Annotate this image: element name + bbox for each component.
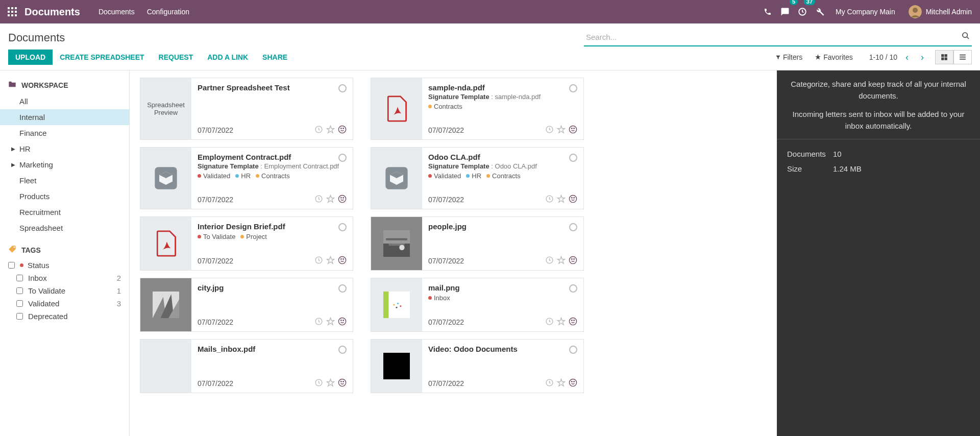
- document-card[interactable]: sample-nda.pdfSignature Template : sampl…: [371, 78, 584, 140]
- share-button[interactable]: SHARE: [255, 50, 295, 65]
- company-switcher[interactable]: My Company Main: [828, 0, 902, 23]
- tag-checkbox[interactable]: [16, 313, 23, 320]
- clock-icon[interactable]: [314, 195, 323, 205]
- svg-rect-17: [945, 58, 947, 60]
- search-icon[interactable]: [962, 32, 970, 41]
- clock-icon[interactable]: [545, 256, 554, 266]
- tag-checkbox[interactable]: [8, 262, 15, 269]
- document-card[interactable]: Video: Odoo Documents07/07/2022: [371, 339, 584, 393]
- tag-deprecated[interactable]: Deprecated: [0, 310, 129, 323]
- nav-documents[interactable]: Documents: [92, 0, 141, 23]
- document-card[interactable]: people.jpg07/07/2022: [371, 216, 584, 271]
- pager-prev[interactable]: ‹: [901, 50, 913, 65]
- upload-button[interactable]: UPLOAD: [8, 50, 53, 65]
- tag-checkbox[interactable]: [16, 287, 23, 294]
- clock-icon[interactable]: [314, 378, 323, 389]
- select-circle[interactable]: [569, 154, 577, 162]
- document-card[interactable]: mail.pngInbox07/07/2022: [371, 278, 584, 332]
- smile-icon[interactable]: [569, 195, 577, 205]
- document-card[interactable]: Mails_inbox.pdf07/07/2022: [140, 339, 353, 393]
- clock-icon[interactable]: [545, 378, 554, 389]
- smile-icon[interactable]: [569, 317, 577, 327]
- sidebar-item-recruitment[interactable]: Recruitment: [0, 204, 129, 220]
- list-view-button[interactable]: [953, 50, 972, 64]
- smile-icon[interactable]: [338, 125, 347, 135]
- svg-point-69: [574, 320, 574, 321]
- smile-icon[interactable]: [338, 317, 347, 327]
- app-brand[interactable]: Documents: [24, 6, 80, 18]
- tag-inbox[interactable]: Inbox2: [0, 272, 129, 284]
- sidebar-item-spreadsheet[interactable]: Spreadsheet: [0, 220, 129, 236]
- svg-point-73: [343, 381, 344, 382]
- pager-next[interactable]: ›: [917, 50, 928, 65]
- smile-icon[interactable]: [569, 256, 577, 266]
- sidebar-item-fleet[interactable]: Fleet: [0, 173, 129, 188]
- document-card[interactable]: Spreadsheet PreviewPartner Spreadsheet T…: [140, 78, 353, 140]
- tag-status[interactable]: Status: [0, 259, 129, 272]
- svg-point-42: [343, 259, 344, 259]
- sidebar-item-all[interactable]: All: [0, 93, 129, 109]
- select-circle[interactable]: [338, 154, 347, 162]
- select-circle[interactable]: [338, 284, 347, 293]
- user-menu[interactable]: Mitchell Admin: [902, 0, 974, 23]
- sidebar-item-finance[interactable]: Finance: [0, 125, 129, 141]
- tag-checkbox[interactable]: [16, 275, 23, 281]
- select-circle[interactable]: [569, 346, 577, 354]
- star-icon[interactable]: [557, 256, 566, 266]
- select-circle[interactable]: [338, 84, 347, 92]
- select-circle[interactable]: [569, 84, 577, 92]
- star-icon[interactable]: [326, 378, 335, 389]
- star-icon[interactable]: [326, 125, 335, 135]
- clock-icon[interactable]: [545, 195, 554, 205]
- star-icon[interactable]: [557, 195, 566, 205]
- tools-icon[interactable]: [811, 0, 828, 23]
- add-link-button[interactable]: ADD A LINK: [200, 50, 255, 65]
- search-input[interactable]: [584, 29, 972, 46]
- clock-icon[interactable]: [545, 125, 554, 135]
- document-card[interactable]: Employment Contract.pdfSignature Templat…: [140, 147, 353, 209]
- star-icon[interactable]: [326, 256, 335, 266]
- svg-rect-16: [941, 58, 944, 60]
- clock-icon[interactable]: 37: [794, 0, 811, 23]
- filters-button[interactable]: Filters: [769, 51, 808, 63]
- sidebar-item-marketing[interactable]: ▶Marketing: [0, 157, 129, 173]
- star-icon[interactable]: [557, 317, 566, 327]
- favorites-button[interactable]: Favorites: [808, 51, 859, 63]
- tag-validated[interactable]: Validated3: [0, 297, 129, 310]
- smile-icon[interactable]: [338, 195, 347, 205]
- select-circle[interactable]: [569, 223, 577, 231]
- smile-icon[interactable]: [338, 256, 347, 266]
- smile-icon[interactable]: [569, 378, 577, 389]
- svg-rect-4: [11, 11, 13, 13]
- select-circle[interactable]: [569, 284, 577, 293]
- document-card[interactable]: city.jpg07/07/2022: [140, 278, 353, 332]
- select-circle[interactable]: [338, 346, 347, 354]
- document-card[interactable]: Odoo CLA.pdfSignature Template : Odoo CL…: [371, 147, 584, 209]
- select-circle[interactable]: [338, 223, 347, 231]
- kanban-view-button[interactable]: [935, 50, 953, 64]
- card-thumbnail: [140, 340, 191, 393]
- clock-icon[interactable]: [314, 256, 323, 266]
- sidebar-item-products[interactable]: Products: [0, 188, 129, 204]
- smile-icon[interactable]: [569, 125, 577, 135]
- pager-text[interactable]: 1-10 / 10: [869, 53, 897, 61]
- tag-to-validate[interactable]: To Validate1: [0, 284, 129, 297]
- star-icon[interactable]: [326, 317, 335, 327]
- apps-icon[interactable]: [6, 6, 18, 18]
- document-card[interactable]: Interior Design Brief.pdfTo ValidateProj…: [140, 216, 353, 271]
- phone-icon[interactable]: [759, 0, 776, 23]
- request-button[interactable]: REQUEST: [152, 50, 201, 65]
- star-icon[interactable]: [557, 378, 566, 389]
- sidebar-item-internal[interactable]: Internal: [0, 109, 129, 125]
- star-icon[interactable]: [326, 195, 335, 205]
- clock-icon[interactable]: [314, 125, 323, 135]
- nav-configuration[interactable]: Configuration: [141, 0, 195, 23]
- clock-icon[interactable]: [314, 317, 323, 327]
- tag-checkbox[interactable]: [16, 300, 23, 307]
- sidebar-item-hr[interactable]: ▶HR: [0, 141, 129, 157]
- create-spreadsheet-button[interactable]: CREATE SPREADSHEET: [53, 50, 151, 65]
- smile-icon[interactable]: [338, 378, 347, 389]
- star-icon[interactable]: [557, 125, 566, 135]
- chat-icon[interactable]: 5: [776, 0, 794, 23]
- clock-icon[interactable]: [545, 317, 554, 327]
